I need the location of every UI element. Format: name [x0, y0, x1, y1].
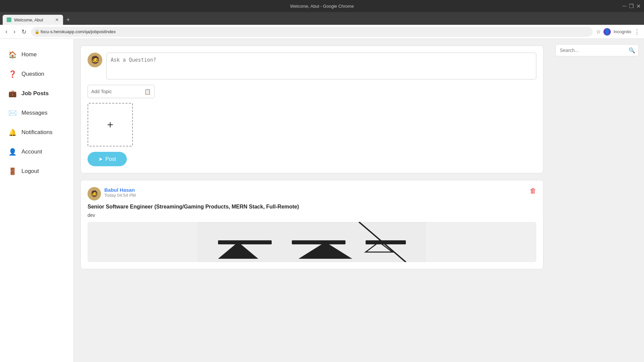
browser-tab[interactable]: Welcome, Abul ✕ [3, 15, 63, 25]
account-icon: 👤 [8, 147, 17, 156]
messages-icon: ✉️ [8, 109, 17, 117]
tab-favicon [7, 17, 11, 22]
feed-card-header-0: 🧔 Babul Hasan Today 04:54 PM 🗑 [88, 187, 536, 200]
sidebar-label-account: Account [21, 148, 42, 155]
sidebar-item-notifications[interactable]: 🔔 Notifications [0, 123, 73, 141]
feed-user-info-0: Babul Hasan Today 04:54 PM [104, 187, 136, 200]
sidebar-label-home: Home [21, 51, 37, 58]
send-icon: ➤ [98, 156, 103, 162]
feed-user-time-0: Today 04:54 PM [104, 193, 136, 198]
search-input[interactable] [555, 44, 639, 56]
incognito-badge: 👤 [603, 28, 611, 36]
sidebar: 🏠 Home ❓ Question 💼 Job Posts ✉️ Message… [0, 39, 74, 362]
question-textarea[interactable] [106, 53, 536, 79]
incognito-icon: 👤 [604, 28, 610, 35]
menu-icon[interactable]: ⋮ [634, 28, 640, 36]
add-topic-input[interactable]: Add Topic 📋 [88, 85, 155, 98]
feed-card-image-0 [88, 222, 536, 262]
sidebar-label-job-posts: Job Posts [21, 90, 49, 97]
feed-image-canvas-0 [88, 222, 536, 262]
logout-icon: 🚪 [8, 167, 17, 176]
browser-window-controls[interactable]: ─ ❐ ✕ [623, 3, 641, 9]
browser-titlebar: Welcome, Abul - Google Chrome ─ ❐ ✕ [0, 0, 644, 12]
svg-rect-4 [366, 240, 406, 244]
add-topic-row: Add Topic 📋 [88, 85, 536, 98]
sidebar-item-job-posts[interactable]: 💼 Job Posts [0, 84, 73, 103]
image-upload-area[interactable]: + [88, 103, 133, 146]
browser-title: Welcome, Abul - Google Chrome [290, 4, 354, 9]
browser-tabbar: Welcome, Abul ✕ + [0, 12, 644, 25]
add-image-icon: + [107, 119, 113, 131]
clipboard-icon: 📋 [144, 88, 151, 95]
sidebar-label-logout: Logout [21, 168, 39, 175]
sidebar-label-question: Question [21, 71, 44, 77]
feed-user-name-0[interactable]: Babul Hasan [104, 187, 136, 193]
sidebar-item-account[interactable]: 👤 Account [0, 143, 73, 161]
lock-icon: 🔒 [35, 29, 40, 34]
forward-button[interactable]: › [12, 27, 17, 37]
sidebar-item-logout[interactable]: 🚪 Logout [0, 162, 73, 180]
search-container: 🔍 [555, 44, 639, 56]
minimize-icon[interactable]: ─ [623, 3, 626, 9]
svg-rect-3 [292, 240, 345, 244]
right-sidebar: 🔍 [550, 39, 644, 362]
bookmark-icon[interactable]: ☆ [596, 28, 601, 35]
feed-card-title-0: Senior Software Engineer (Streaming/Gami… [88, 204, 536, 210]
sidebar-item-home[interactable]: 🏠 Home [0, 46, 73, 64]
address-container: 🔒 [31, 27, 593, 37]
search-icon: 🔍 [629, 47, 635, 54]
user-avatar: 🧔 [88, 53, 102, 67]
jobposts-icon: 💼 [8, 89, 17, 98]
post-button[interactable]: ➤ Post [88, 152, 127, 166]
feed-card-body-0: dev [88, 213, 536, 218]
feed-card-user-0: 🧔 Babul Hasan Today 04:54 PM [88, 187, 530, 200]
feed-user-avatar-0: 🧔 [88, 187, 101, 200]
sidebar-label-notifications: Notifications [21, 129, 53, 136]
addressbar-icons: ☆ 👤 Incognito ⋮ [596, 28, 640, 36]
sidebar-item-question[interactable]: ❓ Question [0, 65, 73, 83]
reload-button[interactable]: ↻ [20, 27, 28, 37]
address-input[interactable] [31, 27, 593, 37]
add-topic-label: Add Topic [91, 89, 112, 94]
main-content: 🧔 Add Topic 📋 + ➤ Post 🧔 [74, 39, 550, 362]
sidebar-item-messages[interactable]: ✉️ Messages [0, 104, 73, 122]
notifications-icon: 🔔 [8, 128, 17, 137]
question-icon: ❓ [8, 70, 17, 78]
back-button[interactable]: ‹ [4, 27, 9, 37]
post-form-card: 🧔 Add Topic 📋 + ➤ Post [80, 46, 543, 173]
post-form-header: 🧔 [88, 53, 536, 79]
home-icon: 🏠 [8, 50, 17, 59]
feed-card-0: 🧔 Babul Hasan Today 04:54 PM 🗑 Senior So… [80, 180, 543, 269]
address-bar: ‹ › ↻ 🔒 ☆ 👤 Incognito ⋮ [0, 25, 644, 39]
restore-icon[interactable]: ❐ [629, 3, 634, 9]
sidebar-label-messages: Messages [21, 110, 47, 116]
tab-title: Welcome, Abul [14, 17, 43, 22]
post-button-label: Post [105, 156, 116, 162]
delete-post-button-0[interactable]: 🗑 [530, 187, 536, 195]
new-tab-button[interactable]: + [63, 15, 73, 25]
close-icon[interactable]: ✕ [636, 3, 641, 9]
tab-close-icon[interactable]: ✕ [55, 17, 59, 22]
incognito-label: Incognito [613, 29, 631, 34]
svg-rect-2 [218, 240, 272, 244]
